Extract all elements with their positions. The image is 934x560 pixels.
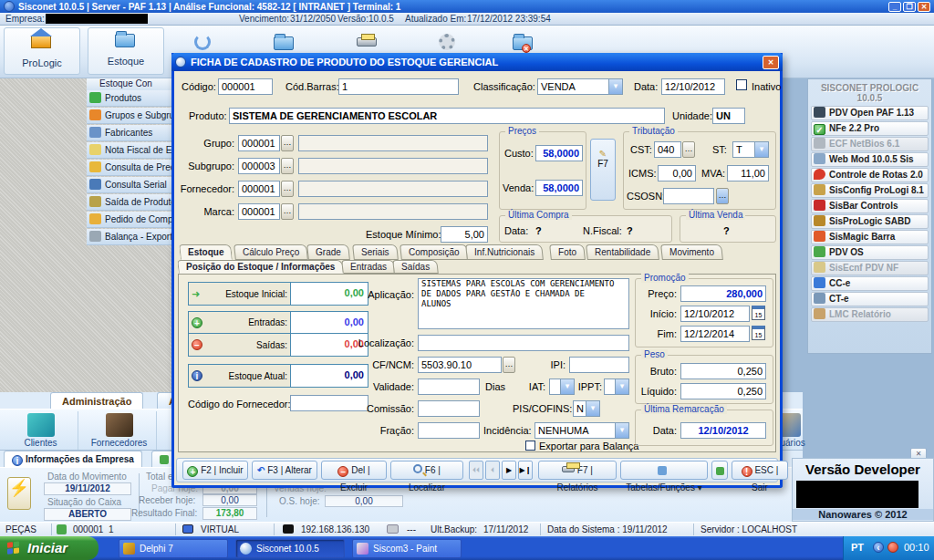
ippt-select[interactable] <box>604 379 629 395</box>
sidebar-item-consulta-serial[interactable]: Consulta Serial <box>87 177 171 193</box>
tab-administracao-1[interactable]: Administração <box>50 392 143 409</box>
sidebar-item-pedido-compra[interactable]: Pedido de Compra <box>87 212 171 228</box>
tab-foto[interactable]: Foto <box>549 244 586 260</box>
fracao-field[interactable] <box>418 422 480 439</box>
sidebar-item-consulta-preco[interactable]: Consulta de Preç <box>87 160 171 176</box>
refresh-icon[interactable] <box>194 29 214 51</box>
folder-icon[interactable] <box>274 29 294 51</box>
fornecedor-browse-button[interactable]: … <box>281 181 294 197</box>
validade-field[interactable] <box>418 379 480 395</box>
aplicacao-textarea[interactable]: SISTEMAS PARA ESCOLAS COM GERENCIAMENTO … <box>418 278 629 329</box>
codigo-field[interactable]: 000001 <box>218 78 273 95</box>
exportar-balanca-checkbox[interactable] <box>525 441 535 451</box>
fornecedor-field[interactable]: 000001 <box>238 181 280 197</box>
estoque-button[interactable]: Estoque <box>88 27 164 75</box>
module-nfe[interactable]: ✓NFe 2.2 Pro <box>811 121 929 136</box>
tab-informacoes-empresa[interactable]: iInformações da Empresa <box>4 451 142 467</box>
ipi-field[interactable] <box>569 357 629 373</box>
icms-field[interactable]: 0,00 <box>658 165 696 181</box>
clientes-button[interactable]: Clientes <box>4 411 78 450</box>
promo-preco-field[interactable]: 280,000 <box>680 285 766 302</box>
calendar-icon[interactable]: 15 <box>752 306 765 320</box>
module-cce[interactable]: CC-e <box>811 276 929 291</box>
sidebar-item-saida-produtos[interactable]: Saída de Produtos <box>87 194 171 211</box>
module-sisconfig[interactable]: SisConfig ProLogi 8.1 <box>811 183 929 198</box>
unidade-field[interactable]: UN <box>712 108 745 124</box>
grupo-field[interactable]: 000001 <box>238 135 280 151</box>
classificacao-select[interactable]: VENDA <box>537 78 623 95</box>
tab-posicao-estoque[interactable]: Posição do Estoque / Informações <box>177 260 344 274</box>
module-web-mod[interactable]: Web Mod 10.0.5 Sis <box>811 152 929 167</box>
remarcacao-data-field[interactable]: 12/10/2012 <box>680 422 766 439</box>
promo-inicio-field[interactable]: 12/10/2012 <box>680 306 750 322</box>
estoque-minimo-field[interactable]: 5,00 <box>441 226 488 243</box>
peso-bruto-field[interactable]: 0,250 <box>680 363 766 379</box>
venda-field[interactable]: 58,0000 <box>535 180 583 196</box>
fornecedores-button[interactable]: Fornecedores <box>82 411 157 450</box>
minimize-button[interactable]: _ <box>888 2 901 12</box>
alterar-button[interactable]: ↶ F3 | Alterar <box>252 461 317 480</box>
tab-rentabilidade[interactable]: Rentabilidade <box>586 244 659 260</box>
tab-entradas[interactable]: Entradas <box>341 260 396 274</box>
subgrupo-browse-button[interactable]: … <box>281 158 294 174</box>
tab-composicao[interactable]: Composição <box>400 244 468 260</box>
module-pdv-os[interactable]: PDV OS <box>811 245 929 260</box>
comissao-field[interactable] <box>418 400 480 417</box>
sidebar-item-fabricantes[interactable]: Fabricantes <box>87 125 171 141</box>
inativo-checkbox[interactable] <box>736 79 747 90</box>
module-sisbar[interactable]: SisBar Controls <box>811 199 929 213</box>
extra-tool-button[interactable] <box>711 461 728 480</box>
st-select[interactable]: T <box>732 141 769 158</box>
module-pdv-open[interactable]: PDV Open PAF 1.13 <box>811 106 929 120</box>
language-indicator[interactable]: PT <box>851 542 864 553</box>
maximize-button[interactable]: ❐ <box>903 2 916 12</box>
sidebar-item-nota-fiscal[interactable]: Nota Fiscal de Entr <box>87 142 171 159</box>
gear-icon[interactable] <box>439 29 459 51</box>
sidebar-item-produtos[interactable]: Produtos <box>87 90 171 107</box>
task-delphi[interactable]: Delphi 7 <box>119 539 228 558</box>
iat-select[interactable] <box>549 379 575 395</box>
tab-calculo-preco[interactable]: Cálculo Preço <box>234 244 308 260</box>
piscofins-select[interactable]: N <box>573 400 600 417</box>
last-record-button[interactable]: ▶❙ <box>518 461 533 480</box>
cst-field[interactable]: 040 <box>654 141 681 158</box>
close-button[interactable]: ✕ <box>918 2 930 12</box>
csosn-browse-button[interactable]: … <box>716 188 729 204</box>
localizar-button[interactable]: F6 | Localizar <box>390 461 463 480</box>
grupo-browse-button[interactable]: … <box>281 135 294 151</box>
tab-seriais[interactable]: Seriais <box>352 244 398 260</box>
next-record-button[interactable]: ▶ <box>502 461 516 480</box>
task-sisconet[interactable]: Sisconet 10.0.5 <box>235 539 345 558</box>
marca-browse-button[interactable]: … <box>281 203 294 220</box>
localizacao-field[interactable] <box>418 335 629 351</box>
incluir-button[interactable]: + F2 | Incluir <box>182 461 248 480</box>
incidencia-select[interactable]: NENHUMA <box>534 422 629 439</box>
tabelas-funcoes-button[interactable]: Tabelas/Funções ▾ <box>620 461 708 480</box>
sidebar-item-balanca[interactable]: Balança - Exportaç <box>87 229 171 245</box>
tab-saidas[interactable]: Saídas <box>392 260 439 274</box>
calendar-icon[interactable]: 15 <box>752 326 765 340</box>
subgrupo-field[interactable]: 000003 <box>238 158 280 174</box>
chevron-left-icon[interactable]: ‹ <box>873 542 884 553</box>
module-sabd[interactable]: SisProLogic SABD <box>811 214 929 229</box>
promo-fim-field[interactable]: 12/12/2014 <box>680 326 750 342</box>
tab-inf-nutricionais[interactable]: Inf.Nutricionais <box>465 244 544 260</box>
cfncm-browse-button[interactable]: … <box>503 357 515 373</box>
tab-movimento[interactable]: Movimento <box>660 244 723 260</box>
relatorios-button[interactable]: F7 | Relatórios <box>538 461 617 480</box>
cod-barras-field[interactable]: 1 <box>338 78 459 95</box>
tab-grade[interactable]: Grade <box>306 244 350 260</box>
sidebar-item-grupos[interactable]: Grupos e Subgrup <box>87 108 171 124</box>
printer-icon[interactable] <box>357 29 377 51</box>
dialog-titlebar[interactable]: FICHA DE CADASTRO DE PRODUTO DO ESTOQUE … <box>171 53 783 71</box>
module-rotas[interactable]: Controle de Rotas 2.0 <box>811 168 929 182</box>
lightning-icon[interactable]: ⚡ <box>7 477 31 510</box>
first-record-button[interactable]: ⏴⏴ <box>469 461 483 480</box>
prologic-button[interactable]: ProLogic <box>4 27 80 75</box>
data-field[interactable]: 12/10/2012 <box>661 78 725 95</box>
csosn-field[interactable] <box>663 188 714 204</box>
antivirus-shield-icon[interactable] <box>887 542 898 553</box>
prev-record-button[interactable]: ⏴ <box>485 461 500 480</box>
custo-field[interactable]: 58,0000 <box>535 145 583 161</box>
module-cte[interactable]: CT-e <box>811 292 929 306</box>
